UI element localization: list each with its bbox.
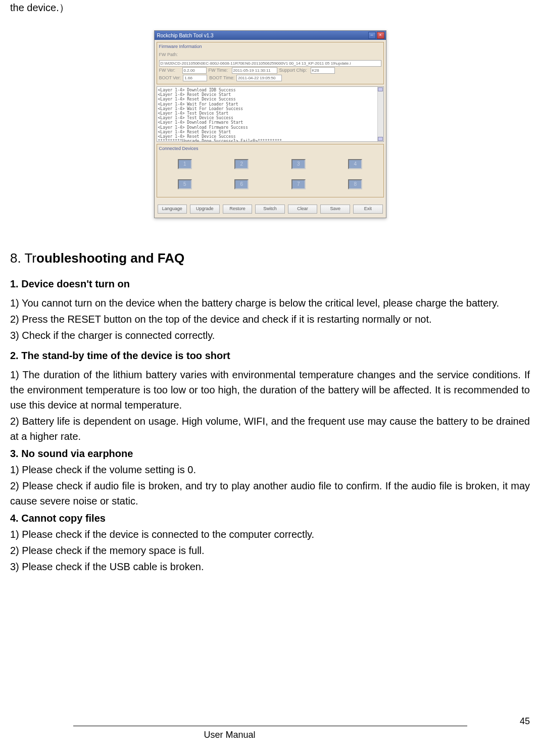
faq-q1-title: 1. Device doesn't turn on: [10, 276, 530, 291]
device-slot-2[interactable]: 2: [234, 159, 249, 169]
device-slot-3[interactable]: 3: [291, 159, 306, 169]
fw-path-label: FW Path:: [159, 52, 180, 59]
firmware-info-title: Firmware Information: [159, 43, 381, 51]
log-line: <Layer 1-4> Download IDB Success: [158, 88, 382, 92]
faq-line: 1) Please check if the volume setting is…: [10, 462, 530, 477]
clear-button[interactable]: Clear: [288, 205, 318, 214]
log-line: <Layer 1-4> Download Firmware Success: [158, 125, 382, 130]
fw-time-label: FW Time:: [209, 67, 230, 74]
device-slot-6[interactable]: 6: [234, 179, 249, 189]
log-line: <Layer 1-4> Reset Device Success: [158, 134, 382, 139]
section-title-text: oubleshooting and FAQ: [36, 250, 184, 266]
faq-q3-body: 1) Please check if the volume setting is…: [10, 462, 530, 509]
boot-time-field[interactable]: 2011-04-22 19:05:50: [236, 75, 282, 81]
device-slot-4[interactable]: 4: [348, 159, 362, 169]
minimize-button[interactable]: –: [368, 32, 376, 39]
close-button[interactable]: ×: [377, 32, 384, 39]
connected-devices-title: Connected Devices: [159, 145, 381, 153]
exit-button[interactable]: Exit: [353, 205, 383, 214]
log-line: **********Upgrade Done Success<1> Fail<0…: [158, 139, 382, 142]
section-heading: 8. Troubleshooting and FAQ: [10, 248, 530, 268]
section-number: 8. Tr: [10, 250, 36, 266]
save-button[interactable]: Save: [320, 205, 350, 214]
faq-q2-title: 2. The stand-by time of the device is to…: [10, 348, 530, 363]
faq-q4-title: 4. Cannot copy files: [10, 511, 530, 526]
log-line: <Layer 1-4> Test Device Start: [158, 111, 382, 116]
scroll-up-icon[interactable]: [378, 87, 383, 91]
log-line: <Layer 1-4> Wait For Loader Start: [158, 102, 382, 107]
firmware-information-group: Firmware Information FW Path: D:\M20\CD-…: [157, 42, 384, 84]
log-line: <Layer 1-4> Reset Device Start: [158, 130, 382, 134]
switch-button[interactable]: Switch: [255, 205, 285, 214]
batch-tool-window: Rockchip Batch Tool v1.3 – × Firmware In…: [154, 30, 386, 218]
page-footer: User Manual: [10, 726, 530, 741]
support-chip-label: Support Chip:: [279, 67, 309, 74]
intro-fragment: the device.）: [10, 0, 530, 15]
connected-devices-group: Connected Devices 1 2 3 4 5 6 7 8: [157, 144, 384, 197]
window-title: Rockchip Batch Tool v1.3: [157, 32, 214, 39]
faq-line: 2) Please check if audio file is broken,…: [10, 478, 530, 509]
boot-ver-label: BOOT Ver:: [159, 75, 181, 82]
faq-line: 1) The duration of the lithium battery v…: [10, 367, 530, 413]
boot-ver-field[interactable]: 1.66: [183, 75, 207, 81]
faq-line: 2) Battery life is dependent on usage. H…: [10, 414, 530, 444]
fw-time-field[interactable]: 2011-05-19 11:30:11: [232, 67, 277, 74]
faq-line: 1) Please check if the device is connect…: [10, 527, 530, 542]
faq-line: 2) Please check if the memory space is f…: [10, 543, 530, 558]
window-titlebar: Rockchip Batch Tool v1.3 – ×: [155, 31, 386, 40]
log-line: <Layer 1-4> Reset Device Start: [158, 92, 382, 97]
log-output: <Layer 1-4> Download IDB Success <Layer …: [157, 86, 384, 142]
footer-text: User Manual: [0, 728, 489, 742]
faq-q3-title: 3. No sound via earphone: [10, 446, 530, 461]
log-line: <Layer 1-4> Test Device Success: [158, 116, 382, 120]
language-button[interactable]: Language: [158, 205, 187, 214]
log-line: <Layer 1-4> Download Firmware Start: [158, 120, 382, 125]
faq-q2-body: 1) The duration of the lithium battery v…: [10, 367, 530, 444]
upgrade-button[interactable]: Upgrade: [190, 205, 220, 214]
faq-line: 3) Please check if the USB cable is brok…: [10, 559, 530, 574]
fw-path-field[interactable]: D:\M20\CD-20110506\0EC-800J-0608-11R70EN…: [159, 60, 381, 67]
fw-ver-label: FW Ver:: [159, 67, 180, 74]
support-chip-field[interactable]: K28: [311, 67, 335, 74]
faq-line: 1) You cannot turn on the device when th…: [10, 295, 530, 311]
faq-line: 3) Check if the charger is connected cor…: [10, 328, 530, 343]
faq-q1-body: 1) You cannot turn on the device when th…: [10, 295, 530, 343]
restore-button[interactable]: Restore: [223, 205, 253, 214]
fw-ver-field[interactable]: 0.2.00: [182, 67, 207, 74]
device-slot-8[interactable]: 8: [348, 179, 362, 189]
faq-q4-body: 1) Please check if the device is connect…: [10, 527, 530, 574]
boot-time-label: BOOT Time:: [209, 75, 234, 82]
log-line: <Layer 1-4> Reset Device Success: [158, 97, 382, 102]
faq-line: 2) Press the RESET button on the top of …: [10, 312, 530, 327]
device-slot-7[interactable]: 7: [291, 179, 306, 189]
log-line: <Layer 1-4> Wait For Loader Success: [158, 107, 382, 111]
log-scrollbar[interactable]: [377, 87, 383, 141]
device-slot-5[interactable]: 5: [178, 179, 192, 189]
device-slot-1[interactable]: 1: [178, 159, 192, 169]
scroll-down-icon[interactable]: [378, 137, 383, 141]
